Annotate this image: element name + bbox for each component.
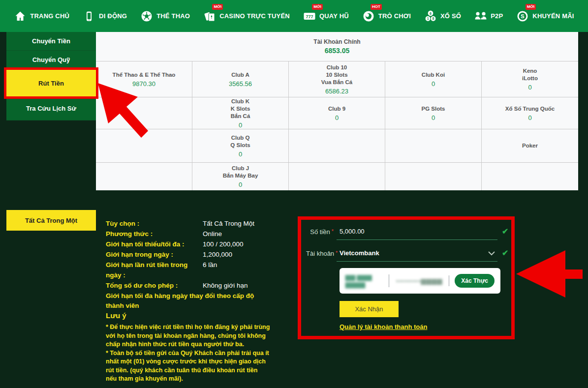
- nav-item-label: DI ĐỘNG: [99, 12, 127, 20]
- nav-item-label: QUAY HŨ: [319, 12, 349, 20]
- account-cell-empty: [289, 163, 385, 190]
- svg-text:1: 1: [427, 17, 429, 20]
- playing-cards-icon: MỚI: [203, 10, 216, 23]
- sidebar-item-rut-tien[interactable]: Rút Tiền: [6, 69, 96, 97]
- soccer-ball-icon: [140, 10, 153, 23]
- nav-item-the-thao[interactable]: THỂ THAO: [140, 10, 190, 23]
- new-badge: MỚI: [312, 4, 323, 10]
- account-row: Tài khoản* Vietcombank ✔: [306, 248, 511, 262]
- table-row: Club Q Q Slots 0 Poker: [96, 129, 578, 162]
- account-cell-empty: [385, 163, 482, 190]
- info-label: Giới hạn trong ngày :: [106, 249, 203, 260]
- p2p-people-icon: [474, 10, 487, 23]
- annotation-arrow-form: [516, 250, 583, 298]
- nav-item-label: TRÒ CHƠI: [378, 12, 411, 20]
- nav-item-di-dong[interactable]: DI ĐỘNG: [83, 10, 127, 23]
- nav-item-quay-hu[interactable]: 777 MỚI QUAY HŨ: [303, 10, 349, 23]
- account-cell: Club K K Slots Bắn Cá 0: [192, 97, 289, 129]
- nav-item-xo-so[interactable]: 618 XỔ SỐ: [424, 10, 461, 23]
- account-cell: Club 9 0: [289, 97, 385, 129]
- verify-button[interactable]: Xác Thực: [455, 274, 495, 288]
- account-cell-empty: [96, 129, 192, 162]
- divider: [449, 275, 449, 286]
- info-row: Phương thức : Online: [106, 229, 298, 239]
- account-cell: Club Koi 0: [385, 61, 482, 97]
- submit-button[interactable]: Xác Nhận: [340, 301, 399, 317]
- amount-valid-check-icon: ✔: [502, 227, 508, 237]
- account-cell: Club J Bắn Máy Bay 0: [192, 163, 289, 190]
- account-cell-value: 9870.30: [132, 80, 155, 88]
- bank-account-card: ▆▆ ▆▆▆ ▆▆▆▆ ▪▪▪▪▪▪▪▪▪▆▆▆▆ Xác Thực: [340, 268, 500, 294]
- info-row: Giới hạn lần rút tiền trong ngày : 6 lần: [106, 260, 298, 280]
- nav-item-tro-choi[interactable]: HOT TRÒ CHƠI: [362, 10, 411, 23]
- account-cell-label: Club J Bắn Máy Bay: [223, 165, 258, 179]
- nav-item-p2p[interactable]: P2P: [474, 10, 503, 23]
- account-cell-label: PG Slots: [422, 105, 445, 113]
- nav-item-label: KHUYẾN MÃI: [532, 12, 574, 20]
- table-row: Club J Bắn Máy Bay 0: [96, 162, 578, 190]
- top-navigation: TRANG CHỦ DI ĐỘNG THỂ THAO MỚI CASINO TR…: [0, 0, 588, 32]
- info-value: 100 / 200,000: [203, 239, 244, 249]
- account-cell-label: Club Koi: [422, 71, 445, 79]
- hot-badge: HOT: [371, 4, 382, 10]
- info-value: 6 lần: [203, 260, 217, 280]
- svg-text:8: 8: [432, 17, 434, 20]
- lottery-balls-icon: 618: [424, 10, 437, 23]
- account-cell-value: 0: [239, 181, 242, 188]
- sidebar-active-wrap: Rút Tiền: [6, 69, 96, 97]
- account-valid-check-icon: ✔: [502, 248, 508, 258]
- nav-item-casino[interactable]: MỚI CASINO TRỰC TUYẾN: [203, 10, 290, 23]
- account-select[interactable]: Vietcombank: [337, 248, 497, 262]
- manage-accounts-link[interactable]: Quản lý tài khoản thanh toán: [340, 323, 427, 330]
- nav-item-label: TRANG CHỦ: [30, 12, 69, 20]
- notice-paragraph: * Để thực hiện việc rút tiền thì họ tên …: [106, 323, 270, 349]
- info-value: Tất Cả Trong Một: [203, 218, 254, 229]
- masked-account-number: ▪▪▪▪▪▪▪▪▪▆▆▆▆: [396, 277, 442, 285]
- chevron-down-icon: [488, 251, 495, 256]
- method-button-tat-ca-trong-mot[interactable]: Tất Cả Trong Một: [6, 210, 96, 231]
- game-controller-icon: HOT: [362, 10, 375, 23]
- sidebar: Chuyển Tiền Chuyển Quỹ Rút Tiền Tra Cứu …: [6, 32, 96, 120]
- nav-item-label: THỂ THAO: [156, 12, 190, 20]
- slot-machine-icon: 777 MỚI: [303, 10, 316, 23]
- notice-title: Lưu ý: [106, 311, 126, 320]
- svg-text:6: 6: [430, 11, 432, 15]
- account-cell-value: 0: [432, 114, 435, 121]
- svg-text:S: S: [521, 13, 525, 19]
- info-label: Tùy chọn :: [106, 218, 203, 229]
- account-label: Tài khoản*: [306, 248, 334, 257]
- balances-table: Tài Khoản Chính 6853.05 Thể Thao & E Thể…: [96, 32, 578, 190]
- account-cell-value: 0: [528, 84, 531, 91]
- account-cell: Club Q Q Slots 0: [192, 129, 289, 162]
- account-select-value: Vietcombank: [340, 249, 488, 257]
- new-badge: MỚI: [526, 4, 536, 10]
- nav-item-label: CASINO TRỰC TUYẾN: [219, 12, 290, 20]
- account-cell-value: 6586.23: [325, 88, 348, 95]
- amount-label: Số tiền*: [306, 227, 334, 236]
- mobile-icon: [83, 10, 95, 23]
- account-cell-label: Club K K Slots Bắn Cá: [231, 98, 250, 120]
- sidebar-item-chuyen-quy[interactable]: Chuyển Quỹ: [6, 51, 96, 69]
- account-cell-label: Club 9: [328, 105, 345, 113]
- page: TRANG CHỦ DI ĐỘNG THỂ THAO MỚI CASINO TR…: [0, 0, 588, 388]
- account-cell-value: 0: [239, 150, 242, 158]
- table-row: Thể Thao & E Thể Thao 9870.30 Club A 356…: [96, 61, 578, 97]
- account-cell: Keno iLotto 0: [482, 61, 578, 97]
- amount-field[interactable]: [337, 227, 497, 240]
- divider: [389, 274, 390, 287]
- account-cell-value: 3565.56: [229, 80, 252, 88]
- sidebar-item-tra-cuu-lich-su[interactable]: Tra Cứu Lịch Sử: [6, 97, 96, 120]
- nav-item-khuyen-mai[interactable]: S MỚI KHUYẾN MÃI: [516, 10, 574, 23]
- account-cell-label: Club A: [231, 71, 249, 79]
- account-cell-value: 0: [432, 80, 435, 88]
- amount-input[interactable]: [340, 228, 458, 235]
- nav-item-trang-chu[interactable]: TRANG CHỦ: [14, 10, 69, 23]
- info-label: Giới hạn lần rút tiền trong ngày :: [106, 260, 203, 280]
- account-cell: Club A 3565.56: [192, 61, 289, 97]
- sidebar-item-chuyen-tien[interactable]: Chuyển Tiền: [6, 32, 96, 51]
- svg-text:777: 777: [306, 14, 313, 19]
- account-cell-empty: [482, 163, 578, 190]
- account-cell: Club 10 10 Slots Vua Bắn Cá 6586.23: [289, 61, 385, 97]
- table-row: Club K K Slots Bắn Cá 0 Club 9 0 PG Slot…: [96, 97, 578, 129]
- main-account-value: 6853.05: [325, 47, 350, 55]
